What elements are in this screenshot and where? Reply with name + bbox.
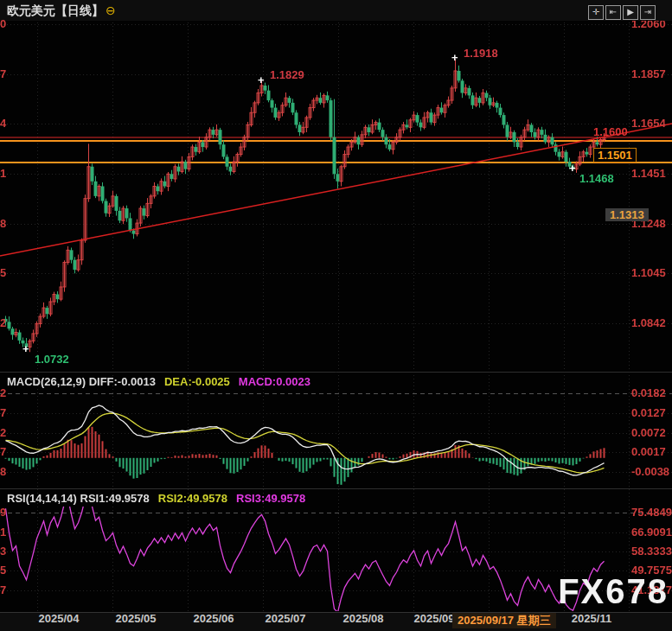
rsi1-value: RSI(14,14,14) RSI1:49.9578 xyxy=(7,492,150,505)
symbol-title-text: 欧元美元【日线】 xyxy=(7,3,104,17)
compress-x-icon[interactable]: ⇤ xyxy=(605,5,621,20)
macd-macd-value: MACD:0.0023 xyxy=(239,375,310,388)
rsi-header: RSI(14,14,14) RSI1:49.9578RSI2:49.9578RS… xyxy=(7,492,305,505)
macd-diff-value: MACD(26,12,9) DIFF:-0.0013 xyxy=(7,375,156,388)
chart-window: 欧元美元【日线】⊖ ✛ ⇤ ▶ ⇥ MACD(26,12,9) DIFF:-0.… xyxy=(0,0,672,631)
date-axis-bar xyxy=(0,612,672,631)
symbol-title: 欧元美元【日线】⊖ xyxy=(7,3,116,19)
macd-header: MACD(26,12,9) DIFF:-0.0013DEA:-0.0025MAC… xyxy=(7,375,310,388)
rsi2-value: RSI2:49.9578 xyxy=(158,492,227,505)
rsi3-value: RSI3:49.9578 xyxy=(236,492,305,505)
collapse-icon[interactable]: ⊖ xyxy=(106,3,116,17)
chart-canvas[interactable] xyxy=(0,0,672,631)
crosshair-icon[interactable]: ✛ xyxy=(588,5,604,20)
macd-dea-value: DEA:-0.0025 xyxy=(164,375,230,388)
fx678-watermark: FX678 xyxy=(558,572,669,611)
shift-right-icon[interactable]: ⇥ xyxy=(640,5,656,20)
play-x-icon[interactable]: ▶ xyxy=(623,5,638,20)
